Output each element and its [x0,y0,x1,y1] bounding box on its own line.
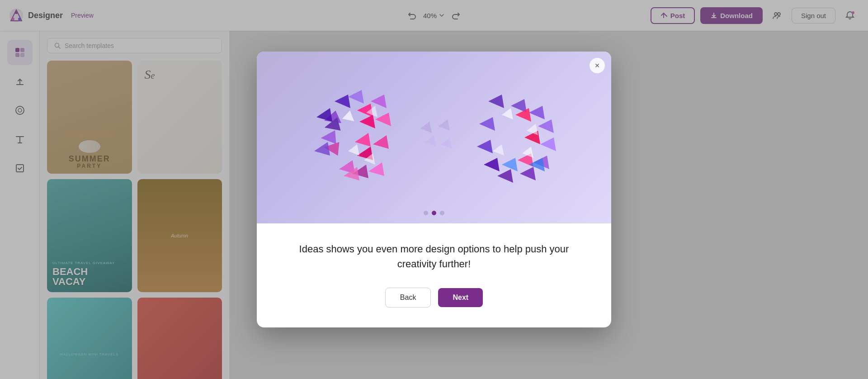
svg-marker-30 [359,115,375,128]
svg-marker-61 [439,119,450,131]
svg-marker-35 [341,110,354,123]
modal-body: Ideas shows you even more design options… [257,223,611,327]
svg-marker-36 [348,144,359,156]
modal-description: Ideas shows you even more design options… [284,242,584,271]
svg-marker-62 [441,137,452,149]
close-icon: × [595,61,600,71]
svg-marker-49 [479,117,495,131]
svg-marker-47 [484,158,500,171]
svg-marker-56 [493,144,504,156]
svg-marker-34 [373,135,389,149]
modal-close-button[interactable]: × [590,58,605,73]
svg-marker-59 [420,122,432,133]
svg-marker-41 [529,106,545,119]
svg-marker-45 [520,167,536,180]
svg-marker-53 [502,108,513,119]
svg-marker-24 [314,142,330,156]
modal-image: × [257,52,611,223]
modal-overlay: × [0,0,868,379]
svg-marker-57 [502,158,518,171]
carousel-dots [424,211,444,215]
svg-marker-42 [538,119,554,133]
back-button[interactable]: Back [385,288,431,308]
svg-marker-27 [371,95,387,108]
svg-marker-22 [335,95,350,108]
svg-marker-46 [497,169,513,183]
svg-marker-28 [368,162,384,176]
svg-marker-33 [375,113,391,126]
modal-dialog: × [257,52,611,327]
svg-marker-25 [348,90,364,104]
dot-3 [440,211,444,215]
svg-marker-18 [321,129,337,144]
svg-marker-60 [425,135,436,147]
dot-1 [424,211,428,215]
svg-marker-23 [316,108,332,122]
next-button[interactable]: Next [438,288,483,307]
svg-marker-48 [477,140,493,153]
svg-marker-39 [488,95,504,108]
infinity-illustration [289,65,579,210]
dot-2 [432,211,436,215]
svg-marker-43 [540,137,556,151]
svg-marker-31 [355,133,371,147]
modal-actions: Back Next [284,288,584,308]
